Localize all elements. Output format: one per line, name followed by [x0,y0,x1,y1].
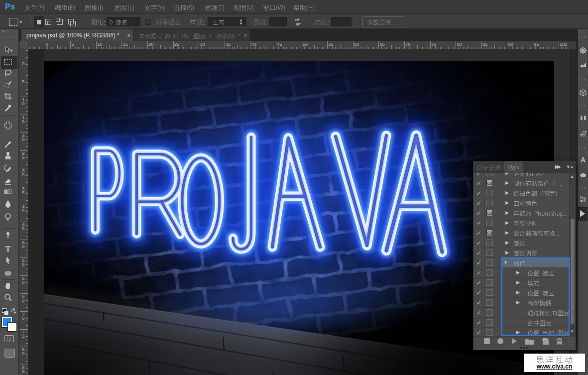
svg-text:T: T [5,245,11,253]
svg-text:A: A [581,156,586,164]
